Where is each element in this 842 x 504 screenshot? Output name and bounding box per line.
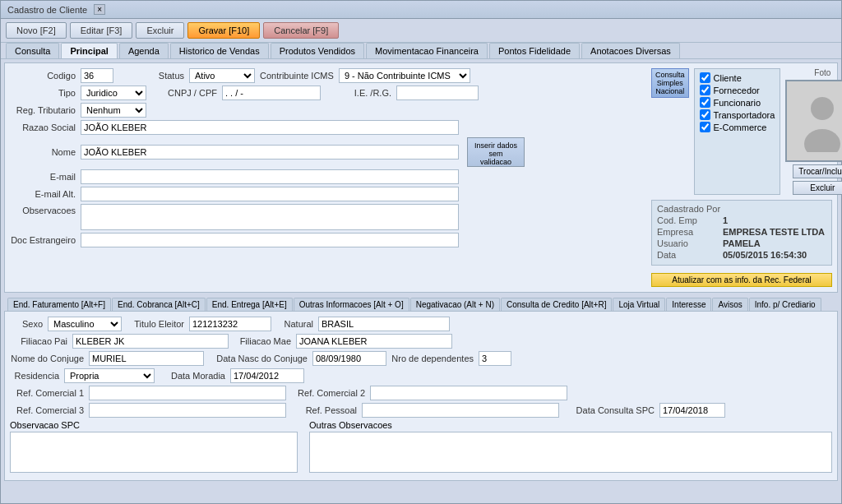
funcionario-checkbox[interactable] bbox=[700, 97, 710, 108]
data-moradia-label: Data Moradia bbox=[160, 371, 225, 381]
contribuinte-select[interactable]: 9 - Não Contribuinte ICMS bbox=[339, 68, 470, 83]
transportadora-checkbox[interactable] bbox=[700, 109, 710, 120]
tab-principal[interactable]: Principal bbox=[61, 43, 117, 58]
fornecedor-checkbox[interactable] bbox=[700, 85, 710, 95]
ref-com2-input[interactable] bbox=[370, 386, 567, 400]
cod-emp-value: 1 bbox=[723, 215, 728, 225]
email-input[interactable] bbox=[81, 169, 459, 184]
foto-label: Foto bbox=[814, 68, 830, 77]
novo-button[interactable]: Novo [F2] bbox=[6, 22, 67, 39]
cadastrado-por-label: Cadastrado Por bbox=[657, 204, 723, 214]
sub-tab-loja-virtual[interactable]: Loja Virtual bbox=[613, 298, 665, 311]
usuario-row: Usuario PAMELA bbox=[657, 238, 826, 248]
ref-com2-label: Ref. Comercial 2 bbox=[291, 388, 365, 398]
tab-movimentacao[interactable]: Movimentacao Financeira bbox=[366, 43, 488, 58]
sub-tab-interesse[interactable]: Interesse bbox=[666, 298, 711, 311]
filiacao-mae-input[interactable] bbox=[296, 334, 452, 349]
insert-button[interactable]: Inserir dados sem validacao bbox=[467, 137, 525, 167]
contribuinte-label: Contribuinte ICMS bbox=[260, 71, 334, 81]
cod-emp-row: Cod. Emp 1 bbox=[657, 215, 826, 225]
sub-tab-credito[interactable]: Consulta de Credito [Alt+R] bbox=[501, 298, 612, 311]
titulo-input[interactable] bbox=[189, 317, 271, 331]
photo-area bbox=[785, 80, 842, 162]
conjuge-label: Nome do Conjuge bbox=[10, 354, 84, 363]
top-tabs: Consulta Principal Agenda Historico de V… bbox=[1, 43, 841, 59]
fornecedor-label: Fornecedor bbox=[714, 86, 760, 95]
lower-row6: Ref. Comercial 3 Ref. Pessoal Data Consu… bbox=[10, 403, 832, 418]
gravar-button[interactable]: Gravar [F10] bbox=[187, 22, 260, 39]
editar-button[interactable]: Editar [F3] bbox=[70, 22, 133, 39]
natural-input[interactable] bbox=[318, 317, 450, 331]
tab-historico[interactable]: Historico de Vendas bbox=[170, 43, 269, 58]
ref-com3-input[interactable] bbox=[89, 403, 286, 418]
reg-trib-label: Reg. Tributario bbox=[10, 105, 76, 115]
observacoes-textarea[interactable] bbox=[81, 204, 459, 230]
sub-tab-crediario[interactable]: Info. p/ Crediario bbox=[749, 298, 821, 311]
razao-input[interactable] bbox=[81, 120, 459, 135]
close-button[interactable]: × bbox=[94, 4, 105, 15]
sub-tab-cobranca[interactable]: End. Cobranca [Alt+C] bbox=[112, 298, 206, 311]
email-alt-input[interactable] bbox=[81, 187, 459, 201]
codigo-input[interactable] bbox=[81, 68, 113, 83]
obs-spc-textarea[interactable] bbox=[10, 432, 298, 473]
tab-pontos[interactable]: Pontos Fidelidade bbox=[489, 43, 580, 58]
consulta-simples-button[interactable]: Consulta Simples Nacional bbox=[651, 68, 689, 98]
trocar-button[interactable]: Trocar/Incluir bbox=[793, 164, 842, 178]
sexo-select[interactable]: Masculino bbox=[48, 317, 122, 331]
top-section: Codigo Status Ativo Contribuinte ICMS 9 … bbox=[10, 68, 832, 287]
titulo-label: Titulo Eleitor bbox=[127, 319, 184, 329]
row-razao: Razao Social bbox=[10, 120, 645, 135]
tab-produtos[interactable]: Produtos Vendidos bbox=[271, 43, 364, 58]
main-form-area: Codigo Status Ativo Contribuinte ICMS 9 … bbox=[4, 62, 838, 293]
row-nome: Nome Inserir dados sem validacao bbox=[10, 137, 645, 167]
ref-com1-label: Ref. Comercial 1 bbox=[10, 388, 84, 398]
row-email-alt: E-mail Alt. bbox=[10, 187, 645, 201]
check-row-ecommerce: E-Commerce bbox=[700, 122, 775, 132]
tab-agenda[interactable]: Agenda bbox=[119, 43, 169, 58]
residencia-select[interactable]: Propria bbox=[64, 368, 155, 383]
natural-label: Natural bbox=[276, 319, 313, 329]
obs-spc-label: Observacao SPC bbox=[10, 420, 298, 430]
excluir-photo-button[interactable]: Excluir bbox=[793, 181, 842, 195]
filiacao-pai-label: Filiacao Pai bbox=[10, 336, 67, 346]
data-value: 05/05/2015 16:54:30 bbox=[723, 250, 807, 260]
status-select[interactable]: Ativo bbox=[189, 68, 255, 83]
cnpj-input[interactable] bbox=[222, 86, 321, 100]
ecommerce-checkbox[interactable] bbox=[700, 122, 710, 132]
sub-tab-faturamento[interactable]: End. Faturamento [Alt+F] bbox=[7, 298, 111, 311]
tab-anotacoes[interactable]: Anotacoes Diversas bbox=[581, 43, 680, 58]
sub-tab-negativacao[interactable]: Negativacao (Alt + N) bbox=[410, 298, 500, 311]
data-moradia-input[interactable] bbox=[230, 368, 304, 383]
update-rec-button[interactable]: Atualizar com as info. da Rec. Federal bbox=[651, 273, 832, 287]
lower-row2: Filiacao Pai Filiacao Mae bbox=[10, 334, 832, 349]
excluir-button[interactable]: Excluir bbox=[136, 22, 184, 39]
tipo-select[interactable]: Juridico bbox=[81, 86, 146, 100]
reg-trib-select[interactable]: Nenhum bbox=[81, 103, 146, 118]
ref-com1-input[interactable] bbox=[89, 386, 286, 400]
tab-consulta[interactable]: Consulta bbox=[6, 43, 59, 58]
conjuge-input[interactable] bbox=[89, 351, 204, 366]
ref-com3-label: Ref. Comercial 3 bbox=[10, 405, 84, 415]
outras-obs-textarea[interactable] bbox=[309, 432, 832, 473]
residencia-label: Residencia bbox=[10, 371, 59, 381]
observacoes-label: Observacoes bbox=[10, 204, 76, 215]
right-section: Consulta Simples Nacional Cliente Fornec… bbox=[651, 68, 832, 287]
nro-dep-input[interactable] bbox=[479, 351, 511, 366]
sub-tab-avisos[interactable]: Avisos bbox=[712, 298, 747, 311]
avatar-icon bbox=[798, 90, 842, 152]
sub-tab-entrega[interactable]: End. Entrega [Alt+E] bbox=[206, 298, 293, 311]
filiacao-pai-input[interactable] bbox=[72, 334, 229, 349]
cadastrado-por-row: Cadastrado Por bbox=[657, 204, 826, 214]
ie-input[interactable] bbox=[396, 86, 479, 100]
doc-input[interactable] bbox=[81, 233, 459, 247]
ref-pessoal-input[interactable] bbox=[362, 403, 559, 418]
cadastro-info: Cadastrado Por Cod. Emp 1 Empresa EMPRES… bbox=[651, 200, 832, 266]
data-nasc-conjuge-input[interactable] bbox=[312, 351, 386, 366]
nome-input[interactable] bbox=[81, 145, 459, 160]
lower-row3: Nome do Conjuge Data Nasc do Conjuge Nro… bbox=[10, 351, 832, 366]
sub-tab-outras-info[interactable]: Outras Informacoes [Alt + O] bbox=[294, 298, 409, 311]
cancelar-button[interactable]: Cancelar [F9] bbox=[263, 22, 339, 39]
data-consulta-spc-input[interactable] bbox=[659, 403, 725, 418]
cliente-checkbox[interactable] bbox=[700, 72, 710, 83]
data-consulta-spc-label: Data Consulta SPC bbox=[564, 405, 655, 415]
